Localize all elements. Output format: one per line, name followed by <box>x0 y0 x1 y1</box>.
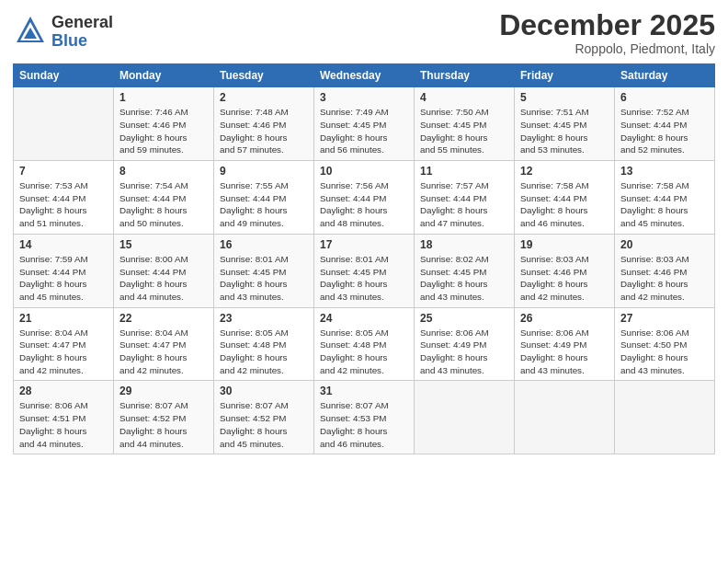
day-info: Sunrise: 8:07 AMSunset: 4:52 PMDaylight:… <box>119 399 208 450</box>
day-info: Sunrise: 7:59 AMSunset: 4:44 PMDaylight:… <box>19 253 108 304</box>
month-title: December 2025 <box>499 9 715 41</box>
day-number: 11 <box>420 165 508 178</box>
column-header-saturday: Saturday <box>615 64 715 87</box>
day-info: Sunrise: 8:04 AMSunset: 4:47 PMDaylight:… <box>19 327 108 377</box>
day-cell: 26Sunrise: 8:06 AMSunset: 4:49 PMDayligh… <box>515 307 615 381</box>
title-block: December 2025 Roppolo, Piedmont, Italy <box>499 9 715 56</box>
day-number: 26 <box>520 312 609 325</box>
day-number: 5 <box>520 91 609 104</box>
day-info: Sunrise: 8:01 AMSunset: 4:45 PMDaylight:… <box>220 253 308 304</box>
column-header-sunday: Sunday <box>14 64 114 87</box>
week-row-4: 21Sunrise: 8:04 AMSunset: 4:47 PMDayligh… <box>14 307 715 381</box>
day-number: 7 <box>19 165 108 178</box>
day-number: 4 <box>420 91 508 104</box>
day-info: Sunrise: 8:01 AMSunset: 4:45 PMDaylight:… <box>320 253 408 304</box>
day-info: Sunrise: 8:06 AMSunset: 4:50 PMDaylight:… <box>620 327 709 377</box>
day-info: Sunrise: 8:04 AMSunset: 4:47 PMDaylight:… <box>119 327 208 377</box>
day-cell: 23Sunrise: 8:05 AMSunset: 4:48 PMDayligh… <box>214 307 314 381</box>
week-row-3: 14Sunrise: 7:59 AMSunset: 4:44 PMDayligh… <box>14 234 715 307</box>
day-info: Sunrise: 8:05 AMSunset: 4:48 PMDaylight:… <box>220 327 308 377</box>
day-info: Sunrise: 7:46 AMSunset: 4:46 PMDaylight:… <box>119 106 208 156</box>
day-cell: 17Sunrise: 8:01 AMSunset: 4:45 PMDayligh… <box>314 234 415 307</box>
day-cell: 5Sunrise: 7:51 AMSunset: 4:45 PMDaylight… <box>515 87 615 161</box>
day-number: 14 <box>19 238 108 251</box>
day-info: Sunrise: 8:06 AMSunset: 4:51 PMDaylight:… <box>19 399 108 450</box>
day-number: 2 <box>220 91 308 104</box>
day-info: Sunrise: 8:06 AMSunset: 4:49 PMDaylight:… <box>420 327 508 377</box>
week-row-1: 1Sunrise: 7:46 AMSunset: 4:46 PMDaylight… <box>14 87 715 161</box>
day-cell: 19Sunrise: 8:03 AMSunset: 4:46 PMDayligh… <box>515 234 615 307</box>
day-cell: 21Sunrise: 8:04 AMSunset: 4:47 PMDayligh… <box>14 307 114 381</box>
day-number: 30 <box>220 385 308 397</box>
day-cell: 6Sunrise: 7:52 AMSunset: 4:44 PMDaylight… <box>615 87 715 161</box>
day-info: Sunrise: 7:53 AMSunset: 4:44 PMDaylight:… <box>19 179 108 230</box>
day-cell <box>615 381 715 454</box>
column-header-monday: Monday <box>114 64 214 87</box>
day-cell: 12Sunrise: 7:58 AMSunset: 4:44 PMDayligh… <box>515 161 615 235</box>
week-row-2: 7Sunrise: 7:53 AMSunset: 4:44 PMDaylight… <box>14 161 715 235</box>
day-number: 6 <box>620 91 709 104</box>
day-number: 22 <box>119 312 208 325</box>
day-cell: 28Sunrise: 8:06 AMSunset: 4:51 PMDayligh… <box>14 381 114 454</box>
column-header-tuesday: Tuesday <box>214 64 314 87</box>
day-cell: 18Sunrise: 8:02 AMSunset: 4:45 PMDayligh… <box>415 234 515 307</box>
day-number: 29 <box>119 385 208 397</box>
day-cell: 2Sunrise: 7:48 AMSunset: 4:46 PMDaylight… <box>214 87 314 161</box>
column-header-thursday: Thursday <box>415 64 515 87</box>
day-number: 21 <box>19 312 108 325</box>
day-cell: 7Sunrise: 7:53 AMSunset: 4:44 PMDaylight… <box>14 161 114 235</box>
day-number: 17 <box>320 238 408 251</box>
column-header-wednesday: Wednesday <box>314 64 415 87</box>
day-info: Sunrise: 8:03 AMSunset: 4:46 PMDaylight:… <box>620 253 709 304</box>
logo-text: General Blue <box>51 14 113 51</box>
day-cell: 10Sunrise: 7:56 AMSunset: 4:44 PMDayligh… <box>314 161 415 235</box>
day-cell: 16Sunrise: 8:01 AMSunset: 4:45 PMDayligh… <box>214 234 314 307</box>
day-cell <box>415 381 515 454</box>
day-number: 18 <box>420 238 508 251</box>
logo-blue-text: Blue <box>51 32 113 51</box>
day-info: Sunrise: 8:02 AMSunset: 4:45 PMDaylight:… <box>420 253 508 304</box>
day-number: 27 <box>620 312 709 325</box>
day-info: Sunrise: 7:55 AMSunset: 4:44 PMDaylight:… <box>220 179 308 230</box>
logo: General Blue <box>13 13 113 52</box>
day-cell: 31Sunrise: 8:07 AMSunset: 4:53 PMDayligh… <box>314 381 415 454</box>
day-cell: 15Sunrise: 8:00 AMSunset: 4:44 PMDayligh… <box>114 234 214 307</box>
day-info: Sunrise: 8:07 AMSunset: 4:53 PMDaylight:… <box>320 399 408 450</box>
day-cell: 8Sunrise: 7:54 AMSunset: 4:44 PMDaylight… <box>114 161 214 235</box>
calendar-table: SundayMondayTuesdayWednesdayThursdayFrid… <box>13 63 715 454</box>
header-row: SundayMondayTuesdayWednesdayThursdayFrid… <box>14 64 715 87</box>
day-info: Sunrise: 7:57 AMSunset: 4:44 PMDaylight:… <box>420 179 508 230</box>
day-info: Sunrise: 7:58 AMSunset: 4:44 PMDaylight:… <box>620 179 709 230</box>
day-cell: 9Sunrise: 7:55 AMSunset: 4:44 PMDaylight… <box>214 161 314 235</box>
logo-general-text: General <box>51 14 113 32</box>
day-cell: 13Sunrise: 7:58 AMSunset: 4:44 PMDayligh… <box>615 161 715 235</box>
day-info: Sunrise: 7:56 AMSunset: 4:44 PMDaylight:… <box>320 179 408 230</box>
day-cell: 30Sunrise: 8:07 AMSunset: 4:52 PMDayligh… <box>214 381 314 454</box>
day-number: 16 <box>220 238 308 251</box>
header: General Blue December 2025 Roppolo, Pied… <box>13 9 715 56</box>
day-cell: 3Sunrise: 7:49 AMSunset: 4:45 PMDaylight… <box>314 87 415 161</box>
day-info: Sunrise: 7:49 AMSunset: 4:45 PMDaylight:… <box>320 106 408 156</box>
day-number: 13 <box>620 165 709 178</box>
day-cell: 25Sunrise: 8:06 AMSunset: 4:49 PMDayligh… <box>415 307 515 381</box>
day-cell <box>14 87 114 161</box>
day-info: Sunrise: 7:50 AMSunset: 4:45 PMDaylight:… <box>420 106 508 156</box>
day-number: 1 <box>119 91 208 104</box>
day-cell <box>515 381 615 454</box>
day-number: 25 <box>420 312 508 325</box>
day-cell: 22Sunrise: 8:04 AMSunset: 4:47 PMDayligh… <box>114 307 214 381</box>
day-info: Sunrise: 7:51 AMSunset: 4:45 PMDaylight:… <box>520 106 609 156</box>
day-number: 23 <box>220 312 308 325</box>
day-info: Sunrise: 7:58 AMSunset: 4:44 PMDaylight:… <box>520 179 609 230</box>
day-info: Sunrise: 8:00 AMSunset: 4:44 PMDaylight:… <box>119 253 208 304</box>
day-number: 31 <box>320 385 408 397</box>
day-cell: 24Sunrise: 8:05 AMSunset: 4:48 PMDayligh… <box>314 307 415 381</box>
logo-icon <box>13 13 48 52</box>
day-number: 10 <box>320 165 408 178</box>
day-cell: 11Sunrise: 7:57 AMSunset: 4:44 PMDayligh… <box>415 161 515 235</box>
day-number: 15 <box>119 238 208 251</box>
day-number: 20 <box>620 238 709 251</box>
day-number: 3 <box>320 91 408 104</box>
day-number: 8 <box>119 165 208 178</box>
day-cell: 27Sunrise: 8:06 AMSunset: 4:50 PMDayligh… <box>615 307 715 381</box>
